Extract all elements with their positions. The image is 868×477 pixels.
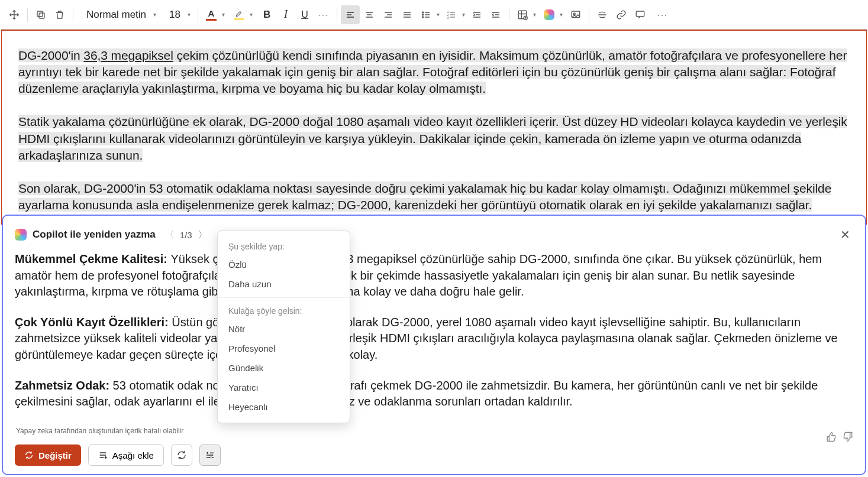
align-right-button[interactable] bbox=[379, 5, 398, 24]
separator bbox=[509, 8, 509, 22]
insert-below-button[interactable]: Aşağı ekle bbox=[88, 444, 164, 466]
bold-button[interactable]: B bbox=[257, 5, 276, 24]
prev-page-button[interactable]: 〈 bbox=[165, 229, 174, 241]
paragraph-style-selector[interactable]: Normal metin ▾ bbox=[77, 5, 160, 24]
copilot-toolbar-button[interactable] bbox=[540, 5, 559, 24]
page-navigation: 〈 1/3 〉 bbox=[165, 229, 207, 241]
insert-image-button[interactable] bbox=[566, 5, 585, 24]
font-color-button[interactable]: A bbox=[202, 5, 221, 24]
indent-decrease-button[interactable] bbox=[486, 5, 505, 24]
svg-rect-12 bbox=[636, 11, 644, 17]
tone-option-casual[interactable]: Gündelik bbox=[218, 358, 350, 378]
replace-label: Değiştir bbox=[38, 450, 72, 460]
pane-header: Copilot ile yeniden yazma 〈 1/3 〉 ✕ bbox=[15, 226, 853, 243]
svg-rect-0 bbox=[39, 13, 44, 18]
copy-icon[interactable] bbox=[31, 5, 50, 24]
chevron-down-icon[interactable]: ▾ bbox=[533, 11, 536, 18]
bulleted-list-button[interactable] bbox=[417, 5, 435, 24]
tone-option-concise[interactable]: Özlü bbox=[218, 255, 350, 274]
align-center-button[interactable] bbox=[360, 5, 379, 24]
tone-option-longer[interactable]: Daha uzun bbox=[218, 274, 350, 294]
svg-text:3: 3 bbox=[447, 16, 449, 19]
paragraph: Son olarak, DG-2000'in 53 otomatik odakl… bbox=[18, 180, 850, 213]
pane-title: Copilot ile yeniden yazma bbox=[33, 229, 156, 241]
regenerate-button[interactable] bbox=[171, 444, 192, 466]
svg-point-2 bbox=[422, 12, 424, 13]
svg-point-11 bbox=[573, 13, 575, 15]
svg-point-3 bbox=[422, 14, 424, 15]
separator bbox=[27, 8, 28, 22]
chevron-down-icon: ▾ bbox=[153, 11, 156, 18]
separator bbox=[337, 8, 337, 22]
move-icon[interactable] bbox=[5, 5, 24, 24]
chevron-down-icon[interactable]: ▾ bbox=[560, 11, 563, 18]
separator bbox=[589, 8, 589, 22]
document-body[interactable]: DG-2000'in 36,3 megapiksel çekim çözünür… bbox=[1, 30, 867, 225]
paragraph: DG-2000'in 36,3 megapiksel çekim çözünür… bbox=[18, 47, 850, 97]
section-title: Çok Yönlü Kayıt Özellikleri: bbox=[15, 316, 172, 329]
separator bbox=[198, 8, 198, 22]
rewrite-content: Mükemmel Çekme Kalitesi: Yüksek çekim çö… bbox=[15, 251, 853, 410]
comment-button[interactable] bbox=[631, 5, 650, 24]
align-left-button[interactable] bbox=[341, 5, 360, 24]
svg-rect-1 bbox=[37, 11, 43, 17]
paragraph: Statik yakalama çözünürlüğüne ek olarak,… bbox=[18, 113, 850, 163]
menu-divider bbox=[218, 297, 350, 298]
next-page-button[interactable]: 〉 bbox=[198, 229, 207, 241]
feedback-controls bbox=[826, 431, 853, 442]
more-formatting-icon[interactable]: ··· bbox=[314, 5, 333, 24]
menu-group-label: Şu şekilde yap: bbox=[218, 237, 350, 255]
strikethrough-button[interactable] bbox=[593, 5, 612, 24]
pane-footer: Değiştir Aşağı ekle bbox=[15, 444, 853, 466]
ai-disclaimer: Yapay zeka tarafından oluşturulan içerik… bbox=[16, 427, 183, 435]
chevron-down-icon[interactable]: ▾ bbox=[250, 11, 253, 18]
indent-increase-button[interactable] bbox=[467, 5, 486, 24]
chevron-down-icon[interactable]: ▾ bbox=[462, 11, 465, 18]
link-text[interactable]: 36,3 megapiksel bbox=[83, 48, 173, 62]
tone-adjust-button[interactable] bbox=[199, 444, 221, 466]
thumbs-up-button[interactable] bbox=[826, 431, 837, 442]
section-title: Mükemmel Çekme Kalitesi: bbox=[15, 252, 170, 265]
tone-option-professional[interactable]: Profesyonel bbox=[218, 339, 350, 358]
tone-option-neutral[interactable]: Nötr bbox=[218, 319, 350, 339]
underline-button[interactable]: U bbox=[295, 5, 314, 24]
insert-table-button[interactable] bbox=[513, 5, 532, 24]
replace-button[interactable]: Değiştir bbox=[15, 444, 81, 466]
align-justify-button[interactable] bbox=[398, 5, 417, 24]
tone-option-enthusiastic[interactable]: Heyecanlı bbox=[218, 397, 350, 417]
insert-below-label: Aşağı ekle bbox=[112, 450, 154, 460]
tone-option-creative[interactable]: Yaratıcı bbox=[218, 378, 350, 397]
numbered-list-button[interactable]: 123 bbox=[442, 5, 461, 24]
italic-button[interactable]: I bbox=[276, 5, 295, 24]
font-size-selector[interactable]: 18 ▾ bbox=[160, 5, 194, 24]
tone-options-menu: Şu şekilde yap: Özlü Daha uzun Kulağa şö… bbox=[217, 231, 350, 423]
trash-icon[interactable] bbox=[50, 5, 69, 24]
chevron-down-icon[interactable]: ▾ bbox=[437, 11, 440, 18]
chevron-down-icon[interactable]: ▾ bbox=[222, 11, 225, 18]
thumbs-down-button[interactable] bbox=[843, 431, 853, 442]
paragraph-style-label: Normal metin bbox=[80, 9, 152, 21]
close-button[interactable]: ✕ bbox=[837, 226, 853, 243]
font-size-value: 18 bbox=[163, 9, 186, 21]
toolbar: Normal metin ▾ 18 ▾ A ▾ ▾ B I U ··· ▾ bbox=[0, 0, 868, 30]
highlight-color-button[interactable] bbox=[230, 5, 249, 24]
page-indicator: 1/3 bbox=[180, 230, 192, 240]
section-title: Zahmetsiz Odak: bbox=[15, 379, 113, 392]
svg-point-4 bbox=[422, 17, 424, 18]
chevron-down-icon: ▾ bbox=[188, 11, 191, 18]
menu-group-label: Kulağa şöyle gelsin: bbox=[218, 301, 350, 319]
copilot-icon bbox=[15, 229, 27, 241]
link-button[interactable] bbox=[612, 5, 631, 24]
copilot-rewrite-pane: Copilot ile yeniden yazma 〈 1/3 〉 ✕ Müke… bbox=[2, 215, 866, 475]
separator bbox=[73, 8, 73, 22]
more-options-icon[interactable]: ··· bbox=[653, 5, 672, 24]
